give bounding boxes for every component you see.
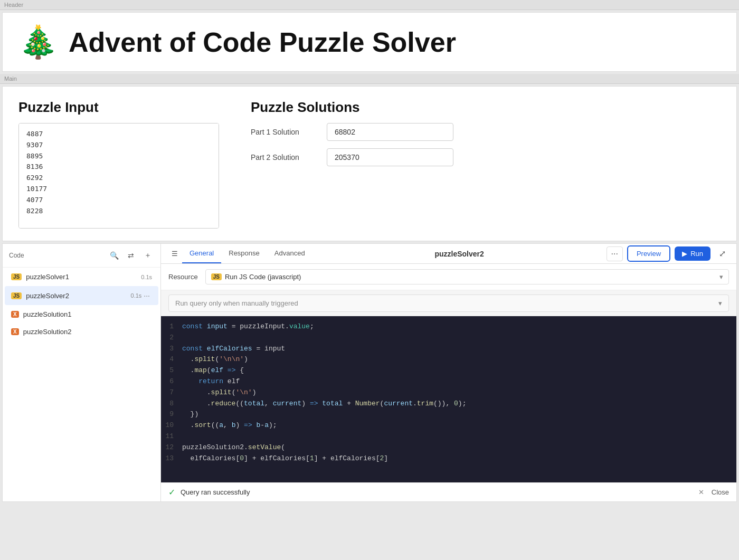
tab-advanced[interactable]: Advanced [267,244,312,263]
main-section-label: Main [0,74,739,84]
status-close-btn[interactable]: Close [712,488,729,496]
code-line-1: 1 const input = puzzleInput.value; [161,321,736,333]
trigger-chevron-icon: ▾ [718,299,722,307]
trigger-selector[interactable]: Run query only when manually triggered ▾ [168,295,729,312]
tabs-bar: ☰ General Response Advanced puzzleSolver… [161,244,736,264]
resource-chevron-icon: ▾ [719,273,723,281]
status-text: Query ran successfully [181,488,693,496]
tree-emoji: 🎄 [18,23,58,61]
resource-badge: JS [211,273,222,280]
sidebar-toggle-icon[interactable]: ☰ [167,244,182,263]
resource-label: Resource [168,273,198,281]
add-icon[interactable]: ＋ [141,249,154,262]
trigger-placeholder-text: Run query only when manually triggered [175,299,298,307]
x-badge-2: X [11,328,19,335]
sidebar: Code 🔍 ⇄ ＋ JS puzzleSolver1 0.1s JS puzz… [3,244,161,501]
right-panel: ☰ General Response Advanced puzzleSolver… [161,244,736,501]
sidebar-item-4[interactable]: X puzzleSolution2 [5,324,158,340]
preview-btn[interactable]: Preview [627,245,670,262]
tab-response[interactable]: Response [221,244,267,263]
resource-area: Resource JS Run JS Code (javascript) ▾ [161,264,736,290]
code-line-7: 7 .split('\n') [161,387,736,398]
puzzle-solutions-section: Puzzle Solutions Part 1 Solution Part 2 … [251,99,721,230]
part2-label: Part 2 Solution [251,153,319,162]
sidebar-item-name-4: puzzleSolution2 [23,328,152,336]
expand-icon[interactable]: ⤢ [715,246,730,261]
code-line-13: 13 elfCalories[0] + elfCalories[1] + elf… [161,453,736,464]
main-area: Puzzle Input Puzzle Solutions Part 1 Sol… [2,86,737,241]
x-badge-1: X [11,311,19,318]
part1-label: Part 1 Solution [251,128,319,136]
puzzle-solutions-title: Puzzle Solutions [251,99,721,116]
sidebar-item-time: 0.1s [141,274,152,280]
part1-input[interactable] [327,123,453,141]
code-line-8: 8 .reduce((total, current) => total + Nu… [161,398,736,410]
code-line-3: 3 const elfCalories = input [161,344,736,355]
status-close-icon[interactable]: ✕ [698,488,704,496]
code-line-5: 5 .map(elf => { [161,365,736,376]
filter-icon[interactable]: ⇄ [125,249,137,262]
sidebar-item-time-2: 0.1s [131,292,142,299]
part2-input[interactable] [327,148,453,166]
run-btn[interactable]: ▶ Run [675,246,710,261]
puzzle-input-title: Puzzle Input [18,99,219,116]
sidebar-item-selected[interactable]: JS puzzleSolver2 0.1s ··· [5,286,158,305]
resource-selector-text: Run JS Code (javascript) [225,273,716,281]
tab-general[interactable]: General [182,244,221,263]
run-label: Run [690,250,703,258]
code-editor[interactable]: 1 const input = puzzleInput.value; 2 3 c… [161,316,736,482]
header-section-label: Header [0,0,739,10]
code-line-11: 11 [161,431,736,442]
more-options-btn[interactable]: ··· [607,246,623,261]
code-line-10: 10 .sort((a, b) => b-a); [161,420,736,431]
sidebar-item-3[interactable]: X puzzleSolution1 [5,306,158,322]
js-badge-2: JS [11,292,22,299]
sidebar-item-more-btn[interactable]: ··· [141,290,152,301]
header: 🎄 Advent of Code Puzzle Solver [2,12,737,72]
search-icon[interactable]: 🔍 [108,249,120,262]
status-check-icon: ✓ [168,487,175,497]
sidebar-item-name-3: puzzleSolution1 [23,310,152,318]
js-badge: JS [11,273,22,280]
active-tab-title: puzzleSolver2 [312,250,607,258]
bottom-panel: Code 🔍 ⇄ ＋ JS puzzleSolver1 0.1s JS puzz… [2,243,737,502]
app-title: Advent of Code Puzzle Solver [69,26,456,58]
sidebar-item-name-2: puzzleSolver2 [26,292,126,300]
sidebar-item-name: puzzleSolver1 [26,273,137,281]
status-bar: ✓ Query ran successfully ✕ Close [161,482,736,501]
puzzle-input-textarea[interactable] [18,123,219,229]
run-icon: ▶ [682,250,687,258]
code-line-4: 4 .split('\n\n') [161,354,736,365]
code-line-9: 9 }) [161,409,736,420]
resource-selector[interactable]: JS Run JS Code (javascript) ▾ [205,269,729,284]
sidebar-item[interactable]: JS puzzleSolver1 0.1s [5,269,158,285]
sidebar-header-title: Code [9,252,24,259]
code-line-6: 6 return elf [161,376,736,387]
puzzle-input-section: Puzzle Input [18,99,219,230]
code-line-2: 2 [161,333,736,344]
code-line-12: 12 puzzleSolution2.setValue( [161,442,736,453]
